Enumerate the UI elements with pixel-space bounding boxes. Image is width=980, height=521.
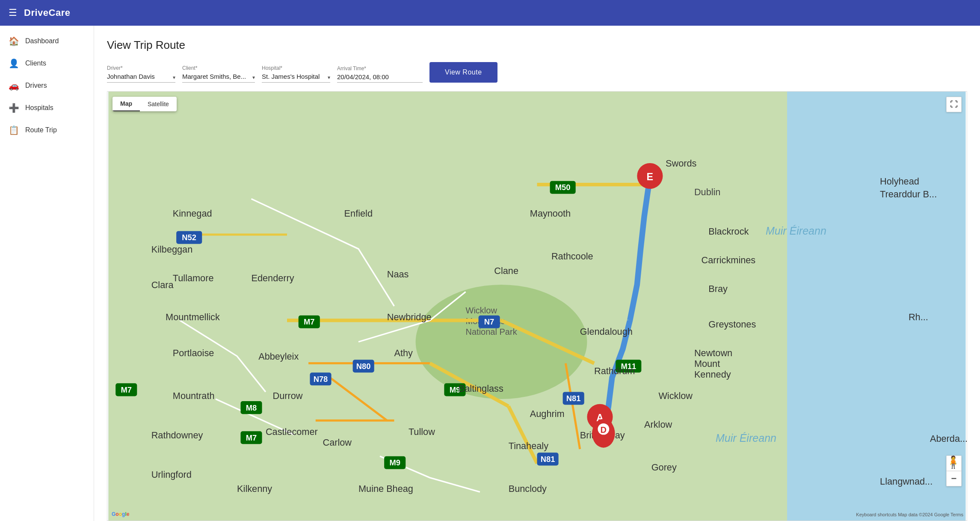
svg-text:Tinahealy: Tinahealy bbox=[509, 441, 548, 451]
svg-text:Mountrath: Mountrath bbox=[173, 390, 215, 401]
sidebar-item-dashboard[interactable]: 🏠 Dashboard bbox=[0, 30, 94, 52]
svg-text:Bunclody: Bunclody bbox=[509, 483, 547, 494]
svg-text:Enfield: Enfield bbox=[344, 208, 373, 219]
svg-text:Aughrim: Aughrim bbox=[530, 408, 565, 419]
svg-text:N7: N7 bbox=[484, 317, 494, 326]
arrival-time-input[interactable] bbox=[337, 73, 423, 83]
svg-text:Durrow: Durrow bbox=[273, 390, 303, 401]
top-navigation: ☰ DriveCare bbox=[0, 0, 980, 26]
map-svg: Wicklow Mountains National Park bbox=[107, 92, 967, 521]
sidebar-item-hospitals[interactable]: ➕ Hospitals bbox=[0, 97, 94, 119]
driver-label: Driver* bbox=[107, 65, 175, 71]
svg-text:Arklow: Arklow bbox=[644, 419, 672, 430]
svg-text:E: E bbox=[647, 171, 654, 182]
svg-text:Kennedy: Kennedy bbox=[694, 369, 731, 380]
driver-select-wrapper: Johnathan Davis ▾ bbox=[107, 73, 175, 83]
main-content: View Trip Route Driver* Johnathan Davis … bbox=[94, 26, 980, 521]
svg-text:Holyhead: Holyhead bbox=[880, 176, 919, 187]
map-tabs: Map Satellite bbox=[113, 97, 177, 111]
svg-text:Dublin: Dublin bbox=[694, 187, 721, 197]
hospital-field: Hospital* St. James's Hospital ▾ bbox=[262, 65, 330, 83]
client-field: Client* Margaret Smiths, Be... ▾ bbox=[182, 65, 255, 83]
svg-text:Rathdowney: Rathdowney bbox=[151, 430, 203, 441]
driver-field: Driver* Johnathan Davis ▾ bbox=[107, 65, 175, 83]
svg-text:Portlaoise: Portlaoise bbox=[173, 348, 214, 358]
svg-text:Clane: Clane bbox=[494, 265, 518, 276]
svg-text:Llangwnad...: Llangwnad... bbox=[880, 476, 933, 487]
svg-text:M7: M7 bbox=[304, 317, 315, 326]
svg-text:Rathdrum: Rathdrum bbox=[594, 366, 635, 376]
hospital-select[interactable]: St. James's Hospital bbox=[262, 73, 330, 80]
hospital-icon: ➕ bbox=[9, 103, 19, 113]
svg-text:M9: M9 bbox=[389, 458, 400, 467]
svg-text:Wicklow: Wicklow bbox=[658, 390, 693, 401]
svg-point-2 bbox=[416, 285, 587, 399]
filter-bar: Driver* Johnathan Davis ▾ Client* Margar… bbox=[107, 62, 967, 83]
svg-text:Greystones: Greystones bbox=[708, 319, 756, 330]
arrival-label: Arrival Time* bbox=[337, 65, 423, 71]
sidebar-label-clients: Clients bbox=[25, 60, 46, 67]
svg-text:M7: M7 bbox=[121, 385, 132, 394]
svg-text:Carlow: Carlow bbox=[323, 437, 352, 448]
sidebar-item-clients[interactable]: 👤 Clients bbox=[0, 52, 94, 74]
svg-text:Aberda...: Aberda... bbox=[930, 433, 967, 444]
svg-text:Muine Bheag: Muine Bheag bbox=[358, 483, 413, 494]
svg-text:Carrickmines: Carrickmines bbox=[702, 255, 756, 265]
client-select[interactable]: Margaret Smiths, Be... bbox=[182, 73, 255, 80]
sidebar-item-route-trip[interactable]: 📋 Route Trip bbox=[0, 119, 94, 141]
svg-text:Bray: Bray bbox=[708, 283, 728, 294]
route-icon: 📋 bbox=[9, 125, 19, 135]
svg-text:Muir Éireann: Muir Éireann bbox=[716, 432, 776, 444]
svg-text:Mount: Mount bbox=[694, 358, 720, 369]
svg-text:N52: N52 bbox=[182, 233, 196, 242]
arrival-time-field: Arrival Time* bbox=[337, 65, 423, 83]
svg-text:Castlecomer: Castlecomer bbox=[266, 426, 318, 437]
svg-text:Rathcoole: Rathcoole bbox=[551, 251, 593, 262]
svg-text:N81: N81 bbox=[566, 394, 581, 403]
svg-text:Glendalough: Glendalough bbox=[580, 326, 633, 337]
client-select-wrapper: Margaret Smiths, Be... ▾ bbox=[182, 73, 255, 83]
map-tab-satellite[interactable]: Satellite bbox=[140, 97, 177, 111]
svg-text:Naas: Naas bbox=[387, 269, 409, 280]
svg-text:Kilkenny: Kilkenny bbox=[237, 483, 272, 494]
map-tab-map[interactable]: Map bbox=[113, 97, 140, 111]
svg-text:Edenderry: Edenderry bbox=[252, 273, 294, 283]
car-icon: 🚗 bbox=[9, 80, 19, 91]
map-container: Wicklow Mountains National Park bbox=[107, 91, 967, 521]
client-label: Client* bbox=[182, 65, 255, 71]
svg-text:Kilbeggan: Kilbeggan bbox=[151, 244, 193, 255]
map-footer-text: Keyboard shortcuts Map data ©2024 Google… bbox=[856, 512, 963, 517]
svg-text:Kinnegad: Kinnegad bbox=[173, 208, 212, 219]
hospital-select-wrapper: St. James's Hospital ▾ bbox=[262, 73, 330, 83]
svg-text:Newtown: Newtown bbox=[694, 348, 732, 358]
svg-text:Blackrock: Blackrock bbox=[708, 226, 749, 237]
svg-text:Abbeyleix: Abbeyleix bbox=[258, 351, 299, 362]
menu-icon[interactable]: ☰ bbox=[9, 7, 17, 18]
svg-text:Newbridge: Newbridge bbox=[387, 312, 432, 322]
svg-text:Trearddur B...: Trearddur B... bbox=[880, 189, 937, 199]
svg-text:Maynooth: Maynooth bbox=[530, 208, 571, 219]
svg-text:Athy: Athy bbox=[394, 348, 413, 358]
svg-text:D: D bbox=[601, 425, 607, 435]
home-icon: 🏠 bbox=[9, 36, 19, 46]
svg-text:Wicklow: Wicklow bbox=[466, 306, 497, 315]
view-route-button[interactable]: View Route bbox=[429, 62, 497, 83]
svg-text:Mountmellick: Mountmellick bbox=[166, 312, 220, 322]
svg-text:Muir Éireann: Muir Éireann bbox=[766, 225, 826, 237]
sidebar-item-drivers[interactable]: 🚗 Drivers bbox=[0, 74, 94, 97]
svg-text:Swords: Swords bbox=[666, 158, 697, 169]
sidebar: 🏠 Dashboard 👤 Clients 🚗 Drivers ➕ Hospit… bbox=[0, 26, 94, 521]
driver-select[interactable]: Johnathan Davis bbox=[107, 73, 175, 80]
svg-text:National Park: National Park bbox=[466, 327, 518, 336]
pegman-icon[interactable]: 🧍 bbox=[946, 455, 961, 469]
svg-text:N78: N78 bbox=[314, 375, 328, 384]
zoom-out-button[interactable]: − bbox=[946, 471, 962, 486]
layout: 🏠 Dashboard 👤 Clients 🚗 Drivers ➕ Hospit… bbox=[0, 26, 980, 521]
page-title: View Trip Route bbox=[107, 39, 967, 52]
svg-text:Baltinglass: Baltinglass bbox=[459, 383, 503, 394]
svg-text:Gorey: Gorey bbox=[651, 462, 677, 473]
svg-text:N80: N80 bbox=[356, 362, 371, 371]
sidebar-label-route-trip: Route Trip bbox=[25, 126, 57, 134]
fullscreen-button[interactable]: ⛶ bbox=[946, 97, 962, 112]
svg-text:N81: N81 bbox=[541, 455, 555, 464]
